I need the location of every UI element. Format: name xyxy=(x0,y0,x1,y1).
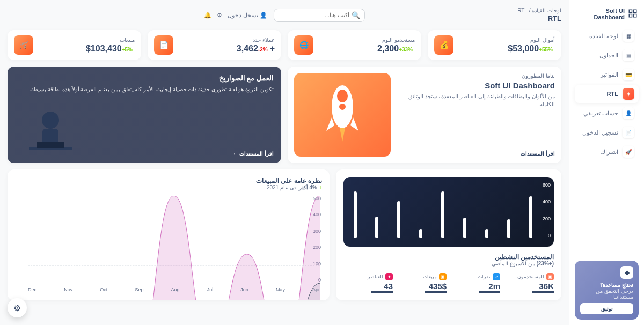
nav-label: اشتراك xyxy=(601,149,618,156)
stat-clients: عملاء جدد+3,462-2% 📄 xyxy=(148,30,281,60)
nav-list: ▦لوحة القيادة ▤الجداول 💳الفواتير ✦RTL 👤ح… xyxy=(575,27,639,162)
stat-money: أموال اليوم$53,000+55% 💰 xyxy=(428,30,561,60)
stats-row: أموال اليوم$53,000+55% 💰 مستخدمو اليوم2,… xyxy=(8,30,561,60)
cart-icon: 🛒 xyxy=(14,35,33,55)
billing-icon: 💳 xyxy=(623,69,634,80)
stat-change: +55% xyxy=(539,47,553,53)
sales-overview-card: نظرة عامة على المبيعات ↑ 4% أكثر في عام … xyxy=(8,169,330,300)
stat-label: عملاء جدد xyxy=(237,37,275,43)
stat-value: 2,300 xyxy=(377,44,399,53)
au-item-users: ▣المستخدمون36K xyxy=(504,273,554,293)
rocket-illustration xyxy=(294,73,391,157)
search-box[interactable]: 🔍 xyxy=(274,9,365,22)
dev-desc: من الألوان والبطاقات والطباعة إلى العناص… xyxy=(397,92,555,108)
breadcrumb: لوحات القيادة / RTL xyxy=(517,8,561,13)
svg-point-5 xyxy=(337,90,348,102)
svg-point-6 xyxy=(339,104,346,110)
stat-change: -2% xyxy=(258,47,268,53)
dashboard-icon: ▦ xyxy=(623,30,634,42)
nav-item-rtl[interactable]: ✦RTL xyxy=(575,85,639,103)
nav-item-tables[interactable]: ▤الجداول xyxy=(575,46,639,64)
signin-link[interactable]: 👤 يسجل دخول xyxy=(228,12,267,19)
sales-x-axis: AprMayJunJulAugSepOctNovDec xyxy=(28,287,320,292)
rtl-icon: ✦ xyxy=(623,88,634,100)
nav-label: تسجيل الدخول xyxy=(582,129,618,136)
bar-y-axis: 6004002000 xyxy=(543,182,551,238)
brand[interactable]: Soft UI Dashboard xyxy=(575,5,639,27)
help-subtitle: يرجى التحقق من مستنداتنا xyxy=(580,288,633,300)
nav-label: الجداول xyxy=(599,52,618,59)
stat-label: مبيعات xyxy=(86,37,135,43)
top-icons: 👤 يسجل دخول ⚙ 🔔 xyxy=(204,12,267,19)
help-button[interactable]: توثيق xyxy=(580,303,633,314)
page-title: RTL xyxy=(517,14,561,23)
svg-rect-3 xyxy=(634,14,636,17)
clients-icon: 📄 xyxy=(154,35,173,55)
stat-value: $103,430 xyxy=(86,44,122,53)
stat-value: +3,462 xyxy=(237,44,275,53)
charts-row: 6004002000 المستخدمين النشطين (+23%) من … xyxy=(8,169,561,300)
nav-item-profile[interactable]: 👤حساب تعريفي xyxy=(575,104,639,122)
au-item-sales: ▣مبيعات435$ xyxy=(397,273,447,293)
nav-item-signin[interactable]: 📄تسجيل الدخول xyxy=(575,123,639,142)
cards-row: بناها المطورون Soft UI Dashboard من الأل… xyxy=(8,67,561,163)
bar-chart: 6004002000 xyxy=(343,177,554,247)
rocket-link[interactable]: اقرأ المستندات ← xyxy=(232,151,274,157)
brand-label: Soft UI Dashboard xyxy=(576,8,625,20)
stat-label: أموال اليوم xyxy=(508,37,555,43)
nav-item-billing[interactable]: 💳الفواتير xyxy=(575,65,639,84)
brand-icon xyxy=(628,9,638,19)
nav-label: الفواتير xyxy=(601,71,618,78)
nav-label: لوحة القيادة xyxy=(589,33,618,40)
person-illustration xyxy=(18,104,83,163)
rocket-title: العمل مع الصواريخ xyxy=(15,74,274,82)
au-item-items: ✦العناصر43 xyxy=(343,273,393,293)
dev-subtitle: بناها المطورون xyxy=(397,73,555,79)
svg-rect-10 xyxy=(37,142,64,148)
stat-sales: مبيعات$103,430+5% 🛒 xyxy=(8,30,141,60)
svg-rect-1 xyxy=(634,10,636,12)
profile-icon: 👤 xyxy=(623,107,634,119)
stat-label: مستخدمو اليوم xyxy=(377,37,415,43)
dev-title: Soft UI Dashboard xyxy=(397,81,555,90)
au-stats: ▣المستخدمون36K ↗نقرات2m ▣مبيعات435$ ✦الع… xyxy=(343,273,554,293)
au-item-clicks: ↗نقرات2m xyxy=(451,273,500,293)
au-sub: (+23%) من الأسبوع الماضي xyxy=(343,261,554,267)
stat-change: +5% xyxy=(122,47,133,53)
breadcrumb-current: RTL xyxy=(517,8,528,13)
help-icon: ◆ xyxy=(620,266,633,279)
signup-icon: 🚀 xyxy=(623,146,634,158)
search-input[interactable] xyxy=(279,12,349,18)
svg-point-7 xyxy=(42,112,59,129)
breadcrumb-wrap: لوحات القيادة / RTL RTL xyxy=(517,8,561,23)
stat-users: مستخدمو اليوم2,300+33% 🌐 xyxy=(288,30,421,60)
notifications-icon[interactable]: 🔔 xyxy=(204,12,211,19)
users-icon: 🌐 xyxy=(294,35,313,55)
breadcrumb-parent[interactable]: لوحات القيادة xyxy=(532,8,561,13)
nav-label: حساب تعريفي xyxy=(583,110,618,117)
sales-subtitle: ↑ 4% أكثر في عام 2021 xyxy=(15,184,322,190)
svg-rect-2 xyxy=(629,14,632,17)
main: لوحات القيادة / RTL RTL 🔍 👤 يسجل دخول ⚙ … xyxy=(0,0,569,325)
search-icon: 🔍 xyxy=(352,11,360,19)
sales-title: نظرة عامة على المبيعات xyxy=(15,177,322,184)
stat-value: $53,000 xyxy=(508,44,539,53)
au-title: المستخدمين النشطين xyxy=(343,253,554,261)
money-icon: 💰 xyxy=(434,35,453,55)
topbar: لوحات القيادة / RTL RTL 🔍 👤 يسجل دخول ⚙ … xyxy=(8,5,561,25)
active-users-card: 6004002000 المستخدمين النشطين (+23%) من … xyxy=(336,169,561,300)
nav-label: RTL xyxy=(607,91,618,97)
nav-item-dashboard[interactable]: ▦لوحة القيادة xyxy=(575,27,639,45)
dev-link[interactable]: اقرأ المستندات xyxy=(521,151,555,157)
sales-chart: 5004003002001000 AprMayJunJulAugSepOctNo… xyxy=(15,196,322,292)
configurator-button[interactable]: ⚙ xyxy=(8,298,27,317)
signin-icon: 📄 xyxy=(623,127,634,138)
top-center: 🔍 👤 يسجل دخول ⚙ 🔔 xyxy=(204,9,365,22)
work-rockets-card: العمل مع الصواريخ تكوين الثروة هو لعبة ت… xyxy=(8,67,281,163)
stat-change: +33% xyxy=(399,47,413,53)
rocket-desc: تكوين الثروة هو لعبة تطوري حديثة ذات حصي… xyxy=(15,85,274,94)
settings-icon[interactable]: ⚙ xyxy=(217,12,222,19)
developer-card: بناها المطورون Soft UI Dashboard من الأل… xyxy=(288,67,561,163)
nav-item-signup[interactable]: 🚀اشتراك xyxy=(575,143,639,161)
help-card: ◆ تحتاج مساعدة؟ يرجى التحقق من مستنداتنا… xyxy=(575,261,639,320)
